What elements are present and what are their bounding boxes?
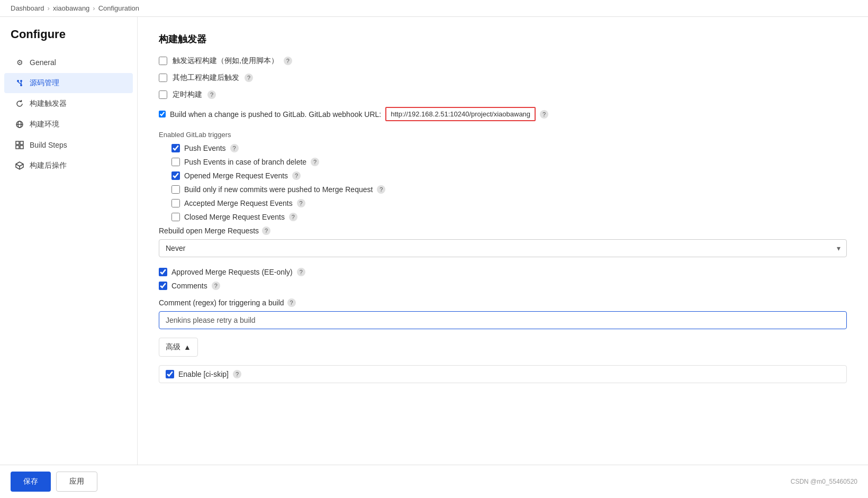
sidebar-item-label: 构建后操作 [30,161,67,170]
gitlab-webhook-url: http://192.168.2.51:10240/project/xiaoba… [385,107,536,121]
refresh-icon [15,99,24,108]
rebuild-select[interactable]: Never On push to source branch On push t… [159,239,847,257]
ci-skip-help-icon[interactable]: ? [233,370,241,378]
closed-mr-help-icon[interactable]: ? [289,213,297,221]
gitlab-webhook-row: Build when a change is pushed to GitLab.… [159,107,847,121]
gear-icon: ⚙ [15,58,24,67]
approved-mr-label[interactable]: Approved Merge Requests (EE-only) [171,268,293,276]
new-commits-row: Build only if new commits were pushed to… [171,185,847,194]
trigger-checkboxes-group: Push Events ? Push Events in case of bra… [159,144,847,221]
ci-skip-label[interactable]: Enable [ci-skip] [178,370,229,378]
breadcrumb: Dashboard › xiaobawang › Configuration [0,0,868,17]
gitlab-webhook-help-icon[interactable]: ? [540,110,548,119]
push-events-help-icon[interactable]: ? [230,144,239,152]
comment-help-icon[interactable]: ? [287,298,296,307]
other-project-row: 其他工程构建后触发 ? [159,73,847,83]
sidebar-item-label: 构建触发器 [30,99,67,108]
advanced-toggle[interactable]: 高级 ▲ [159,338,198,357]
sidebar-item-label: 源码管理 [30,78,59,88]
new-commits-help-icon[interactable]: ? [377,185,385,194]
breadcrumb-dashboard[interactable]: Dashboard [11,4,44,12]
accepted-mr-label[interactable]: Accepted Merge Request Events [184,199,293,207]
remote-trigger-help-icon[interactable]: ? [284,57,292,65]
rebuild-help-icon[interactable]: ? [262,227,270,235]
breadcrumb-configuration: Configuration [98,4,139,12]
enabled-triggers-label: Enabled GitLab triggers [159,131,847,139]
remote-trigger-row: 触发远程构建（例如,使用脚本） ? [159,56,847,66]
svg-rect-8 [16,141,19,144]
svg-rect-9 [20,141,23,144]
gitlab-webhook-label[interactable]: Build when a change is pushed to GitLab.… [170,110,381,119]
approved-mr-checkbox[interactable] [159,268,167,276]
sidebar-item-label: Build Steps [30,141,67,149]
footer-credit: CSDN @m0_55460520 [791,478,857,485]
globe-icon [15,120,24,129]
sidebar-item-post-build[interactable]: 构建后操作 [4,156,133,176]
save-button[interactable]: 保存 [11,472,51,492]
approved-mr-help-icon[interactable]: ? [297,268,305,276]
svg-point-0 [17,80,19,82]
other-project-help-icon[interactable]: ? [245,74,253,82]
push-branch-delete-row: Push Events in case of branch delete ? [171,158,847,166]
opened-mr-help-icon[interactable]: ? [292,171,301,180]
comment-field-label: Comment (regex) for triggering a build ? [159,298,847,307]
main-content: 构建触发器 触发远程构建（例如,使用脚本） ? 其他工程构建后触发 ? 定时构建… [138,17,868,496]
new-commits-label[interactable]: Build only if new commits were pushed to… [184,185,373,194]
comments-label[interactable]: Comments [171,282,207,290]
comments-help-icon[interactable]: ? [212,282,220,290]
footer-buttons: 保存 应用 [11,472,97,492]
push-branch-delete-checkbox[interactable] [171,158,180,166]
accepted-mr-row: Accepted Merge Request Events ? [171,199,847,207]
rebuild-select-wrap: Never On push to source branch On push t… [159,239,847,257]
svg-line-13 [20,164,23,166]
push-branch-delete-help-icon[interactable]: ? [311,158,319,166]
approved-mr-row: Approved Merge Requests (EE-only) ? [159,268,847,276]
svg-point-1 [20,84,22,86]
breadcrumb-xiaobawang[interactable]: xiaobawang [53,4,89,12]
box-icon [15,161,24,170]
scheduled-help-icon[interactable]: ? [207,90,216,99]
opened-mr-checkbox[interactable] [171,171,180,180]
sidebar-title: Configure [0,28,137,52]
closed-mr-row: Closed Merge Request Events ? [171,213,847,221]
push-events-checkbox[interactable] [171,144,180,152]
svg-rect-11 [20,146,23,149]
opened-mr-label[interactable]: Opened Merge Request Events [184,171,288,180]
sidebar-item-build-env[interactable]: 构建环境 [4,114,133,134]
gitlab-webhook-checkbox[interactable] [159,111,166,117]
closed-mr-checkbox[interactable] [171,213,180,221]
remote-trigger-checkbox[interactable] [159,57,167,65]
sidebar-item-build-triggers[interactable]: 构建触发器 [4,94,133,114]
sidebar-item-source-management[interactable]: 源码管理 [4,73,133,93]
svg-line-3 [18,82,21,84]
comment-regex-input[interactable] [159,311,847,329]
svg-point-2 [20,80,22,82]
sidebar-item-label: 构建环境 [30,120,59,129]
accepted-mr-checkbox[interactable] [171,199,180,207]
apply-button[interactable]: 应用 [56,472,97,492]
comments-row: Comments ? [159,282,847,290]
scheduled-row: 定时构建 ? [159,90,847,99]
list-icon [15,140,24,150]
scheduled-label[interactable]: 定时构建 [173,90,202,99]
ci-skip-checkbox[interactable] [166,370,174,378]
footer-bar: 保存 应用 CSDN @m0_55460520 [0,465,868,498]
remote-trigger-label[interactable]: 触发远程构建（例如,使用脚本） [173,56,278,66]
advanced-label: 高级 [166,342,180,352]
comments-checkbox[interactable] [159,282,167,290]
sidebar-item-label: General [30,58,56,67]
sidebar-item-build-steps[interactable]: Build Steps [4,135,133,155]
other-project-checkbox[interactable] [159,74,167,82]
sidebar-item-general[interactable]: ⚙ General [4,52,133,73]
push-branch-delete-label[interactable]: Push Events in case of branch delete [184,158,306,166]
other-project-label[interactable]: 其他工程构建后触发 [173,73,239,83]
push-events-row: Push Events ? [171,144,847,152]
ci-skip-row: Enable [ci-skip] ? [159,365,847,383]
closed-mr-label[interactable]: Closed Merge Request Events [184,213,285,221]
scheduled-checkbox[interactable] [159,90,167,99]
push-events-label[interactable]: Push Events [184,144,226,152]
section-title: 构建触发器 [159,33,847,46]
chevron-up-icon: ▲ [184,343,191,351]
accepted-mr-help-icon[interactable]: ? [297,199,305,207]
new-commits-checkbox[interactable] [171,185,180,194]
